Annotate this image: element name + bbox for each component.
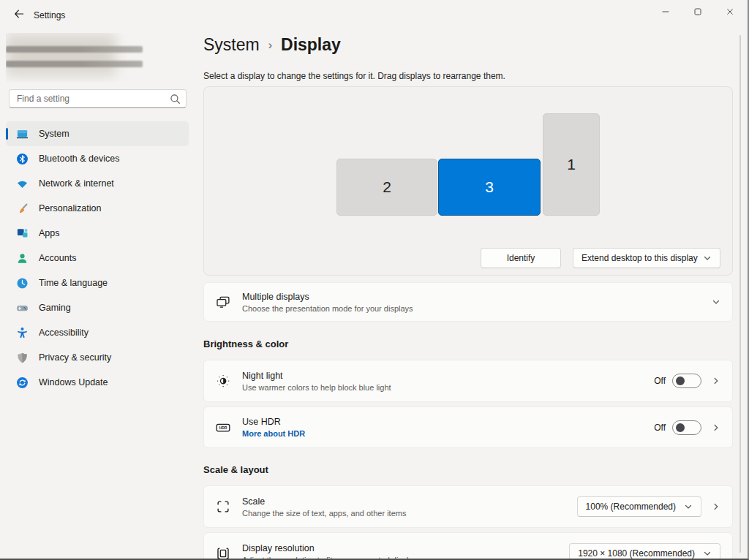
sidebar-item-label: Gaming — [39, 303, 71, 313]
resolution-dropdown[interactable]: 1920 × 1080 (Recommended) — [569, 543, 720, 560]
search-input[interactable] — [10, 90, 186, 107]
expand-chevron-down-icon[interactable] — [712, 298, 720, 306]
multiple-displays-icon — [216, 295, 230, 309]
sidebar-item-label: Privacy & security — [39, 352, 111, 363]
profile-blur-line — [6, 61, 143, 67]
scale-dropdown-value: 100% (Recommended) — [586, 502, 676, 512]
chevron-down-icon — [703, 254, 712, 262]
sidebar-item-label: Personalization — [39, 203, 101, 213]
use-hdr-toggle[interactable] — [672, 420, 701, 435]
display-mode-dropdown[interactable]: Extend desktop to this display — [573, 248, 720, 268]
profile-blur-line — [6, 46, 143, 53]
apps-icon — [16, 227, 29, 240]
row-title: Display resolution — [242, 543, 417, 553]
sidebar-item-apps[interactable]: Apps — [6, 221, 189, 246]
chevron-down-icon — [684, 502, 693, 511]
breadcrumb: System › Display — [203, 35, 341, 55]
sidebar-item-time-language[interactable]: Time & language — [6, 270, 189, 295]
identify-button[interactable]: Identify — [481, 248, 561, 268]
night-light-row[interactable]: Night light Use warmer colors to help bl… — [203, 360, 733, 402]
sidebar-item-bluetooth-devices[interactable]: Bluetooth & devices — [6, 146, 189, 171]
bluetooth-icon — [16, 153, 29, 165]
scrollbar[interactable] — [739, 35, 741, 553]
titlebar: Settings — [0, 0, 748, 29]
sidebar-item-system[interactable]: System — [6, 121, 189, 146]
multiple-displays-row[interactable]: Multiple displays Choose the presentatio… — [203, 282, 733, 322]
sidebar-item-network-internet[interactable]: Network & internet — [6, 171, 189, 196]
scale-icon — [216, 499, 230, 514]
wifi-icon — [16, 178, 29, 190]
toggle-knob — [676, 377, 685, 385]
sidebar-item-label: Network & internet — [39, 178, 114, 189]
sidebar-item-windows-update[interactable]: Windows Update — [6, 370, 189, 395]
chevron-down-icon — [703, 549, 712, 558]
row-subtitle: Change the size of text, apps, and other… — [242, 509, 406, 518]
breadcrumb-parent[interactable]: System — [203, 35, 260, 55]
sidebar-item-label: Windows Update — [39, 377, 108, 387]
display-resolution-icon — [216, 546, 230, 560]
row-title: Multiple displays — [242, 292, 413, 302]
search-icon — [170, 94, 181, 105]
chevron-right-icon — [712, 423, 720, 432]
svg-text:HDR: HDR — [219, 426, 227, 430]
row-title: Night light — [242, 371, 391, 381]
sidebar-item-label: System — [39, 129, 69, 139]
settings-window: Settings System — [0, 0, 749, 560]
chevron-right-icon — [712, 377, 720, 385]
display-arrangement-panel: 2 3 1 Identify Extend desktop to this di… — [203, 86, 733, 276]
night-light-toggle[interactable] — [672, 374, 701, 388]
toggle-knob — [676, 423, 685, 432]
page-description: Select a display to change the settings … — [203, 71, 505, 81]
minimize-icon — [661, 6, 670, 19]
sidebar-item-label: Bluetooth & devices — [39, 154, 120, 164]
resolution-dropdown-value: 1920 × 1080 (Recommended) — [578, 548, 695, 559]
hdr-icon: HDR — [216, 420, 230, 435]
row-subtitle: Use warmer colors to help block blue lig… — [242, 383, 391, 392]
monitor-number: 3 — [485, 178, 494, 196]
window-controls — [650, 0, 746, 25]
shield-icon — [16, 352, 29, 364]
back-arrow-icon — [13, 8, 25, 23]
chevron-right-icon — [712, 502, 720, 511]
maximize-button[interactable] — [682, 0, 714, 25]
scale-row[interactable]: Scale Change the size of text, apps, and… — [203, 485, 733, 528]
monitor-number: 1 — [567, 156, 576, 173]
sidebar-item-gaming[interactable]: Gaming — [6, 295, 189, 320]
minimize-button[interactable] — [650, 0, 682, 25]
sidebar-item-label: Accessibility — [39, 328, 89, 338]
sidebar-nav: System Bluetooth & devices Network & int… — [6, 121, 189, 395]
system-icon — [16, 128, 29, 140]
row-subtitle: Adjust the resolution to fit your connec… — [242, 556, 417, 560]
update-refresh-icon — [16, 377, 29, 389]
search-box — [9, 89, 187, 108]
clock-icon — [16, 277, 29, 290]
identify-button-label: Identify — [507, 253, 535, 263]
person-icon — [16, 252, 29, 265]
sidebar-item-label: Time & language — [39, 278, 108, 288]
close-button[interactable] — [714, 0, 746, 25]
close-icon — [726, 6, 734, 19]
sidebar-item-privacy-security[interactable]: Privacy & security — [6, 345, 189, 370]
row-title: Scale — [242, 496, 406, 507]
scale-dropdown[interactable]: 100% (Recommended) — [577, 496, 701, 517]
use-hdr-row[interactable]: HDR Use HDR More about HDR Off — [203, 406, 733, 448]
row-title: Use HDR — [242, 417, 305, 427]
toggle-state-label: Off — [654, 423, 666, 433]
monitor-3-selected[interactable]: 3 — [438, 159, 541, 216]
sidebar-item-accounts[interactable]: Accounts — [6, 246, 189, 270]
monitor-2[interactable]: 2 — [336, 159, 437, 216]
section-brightness-color: Brightness & color — [203, 338, 288, 349]
sidebar-item-accessibility[interactable]: Accessibility — [6, 320, 189, 345]
user-profile[interactable] — [6, 33, 146, 82]
app-title: Settings — [34, 10, 65, 20]
night-light-icon — [216, 374, 230, 388]
display-mode-value: Extend desktop to this display — [581, 253, 698, 263]
sidebar-item-personalization[interactable]: Personalization — [6, 196, 189, 221]
page-title: Display — [281, 35, 341, 55]
paintbrush-icon — [16, 203, 29, 215]
monitor-1[interactable]: 1 — [543, 113, 600, 216]
profile-blur — [6, 34, 116, 75]
gamepad-icon — [16, 302, 29, 314]
more-about-hdr-link[interactable]: More about HDR — [242, 429, 305, 438]
back-button[interactable] — [9, 7, 29, 24]
